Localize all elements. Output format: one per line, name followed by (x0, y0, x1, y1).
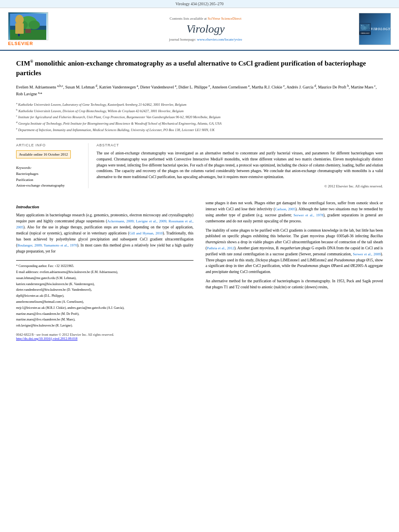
journal-homepage: journal homepage: www.elsevier.com/locat… (56, 37, 355, 41)
journal-logo-container: VIROLOGY (359, 13, 391, 45)
doi-link[interactable]: http://dx.doi.org/10.1016/j.virol.2012.0… (16, 337, 193, 341)
copyright-text: © 2012 Elsevier Inc. All rights reserved… (97, 184, 383, 188)
email-line-6: anneleencomelissen@hotmail.com (A. Corne… (16, 300, 193, 305)
introduction-paragraph1: Many applications in bacteriophage resea… (16, 212, 193, 254)
journal-citation-bar: Virology 434 (2012) 265–270 (0, 0, 399, 8)
footnotes: * Corresponding author. Fax: +32 1632196… (16, 260, 193, 329)
affiliation-d: d Georgia Institute of Technology, Petit… (16, 120, 383, 126)
email-line-3: katrien.vandersteegen@biw.kuleuven.be (K… (16, 282, 193, 287)
abstract-text: The use of anion-exchange chromatography… (97, 150, 383, 180)
homepage-url[interactable]: www.elsevier.com/locate/yviro (197, 37, 242, 41)
svg-point-16 (369, 28, 370, 28)
abstract-label: ABSTRACT (97, 143, 383, 147)
body-right-col: some phages it does not work. Phages eit… (206, 200, 383, 341)
svg-point-13 (364, 27, 366, 30)
issn-text: 0042-6822/$ - see front matter © 2012 El… (16, 333, 193, 337)
svg-point-15 (368, 25, 369, 25)
introduction-heading: Introduction (16, 204, 193, 209)
article-info-abstract: ARTICLE INFO Available online 16 October… (16, 139, 383, 188)
email-line-2: susan.lehman@me.gatech.edu (S.M. Lehman)… (16, 276, 193, 281)
right-paragraph3: An alternative method for the purificati… (206, 278, 383, 290)
email-line-1: E-mail addresses: evelien.adriaenssens@b… (16, 270, 193, 275)
affiliation-b: b Katholieke Universiteit Leuven, Divisi… (16, 108, 383, 114)
article-content: CIM® monolithic anion-exchange chromatog… (0, 51, 399, 196)
svg-point-5 (16, 21, 28, 29)
content-available-text: Contents lists available at SciVerse Sci… (56, 16, 355, 21)
svg-point-7 (18, 31, 20, 33)
svg-point-14 (361, 25, 362, 26)
article-info-label: ARTICLE INFO (16, 143, 82, 147)
email-line-7: mrjc1@leicester.ac.uk (M.R.J. Clokie), a… (16, 306, 193, 311)
elsevier-text: ELSEVIER (8, 41, 33, 46)
affiliation-e: e Department of Infection, Immunity and … (16, 127, 383, 133)
body-left-col: Introduction Many applications in bacter… (16, 200, 193, 341)
keywords-section: Keywords: Bacteriophages Purification An… (16, 166, 82, 188)
keyword-1: Bacteriophages (16, 171, 82, 177)
svg-rect-8 (18, 33, 20, 36)
affiliations: a Katholieke Universiteit Leuven, Labora… (16, 101, 383, 132)
elsevier-logo-image (8, 12, 48, 40)
abstract-column: ABSTRACT The use of anion-exchange chrom… (97, 143, 383, 188)
keywords-title: Keywords: (16, 166, 82, 170)
email-line-10: rob.lavigne@biw.kuleuven.be (R. Lavigne)… (16, 323, 193, 329)
virology-logo: VIROLOGY (359, 13, 391, 45)
email-line-4: dieter.vandenheuvel@biw.kuleuven.be (D. … (16, 288, 193, 293)
keyword-3: Anion-exchange chromatography (16, 183, 82, 188)
elsevier-logo-container: ELSEVIER (8, 12, 52, 46)
authors-list: Evelien M. Adriaenssens a,b,c, Susan M. … (16, 84, 383, 98)
journal-title: Virology (56, 23, 355, 35)
svg-point-6 (29, 21, 40, 29)
article-info-column: ARTICLE INFO Available online 16 October… (16, 143, 88, 188)
right-paragraph2: The inability of some phages to be purif… (206, 228, 383, 275)
affiliation-c: c Institute for Agricultural and Fisheri… (16, 114, 383, 120)
email-line-9: martine.maes@ilvo.vlaanderen.be (M. Maes… (16, 317, 193, 322)
email-line-5: dip0@leicester.ac.uk (D.L. Philippe), (16, 294, 193, 299)
body-two-col: Introduction Many applications in bacter… (16, 200, 383, 341)
page-wrapper: Virology 434 (2012) 265–270 (0, 0, 399, 349)
journal-header: ELSEVIER Contents lists available at Sci… (0, 8, 399, 51)
elsevier-logo: ELSEVIER (8, 12, 52, 46)
keywords-list: Bacteriophages Purification Anion-exchan… (16, 171, 82, 188)
email-line-8: martine.maes@ilvo.vlaanderen.be (M. De P… (16, 312, 193, 317)
footer-links: 0042-6822/$ - see front matter © 2012 El… (16, 333, 193, 341)
article-title: CIM® monolithic anion-exchange chromatog… (16, 59, 383, 78)
svg-text:VIROLOGY: VIROLOGY (360, 32, 370, 34)
journal-header-center: Contents lists available at SciVerse Sci… (56, 16, 355, 41)
body-content: Introduction Many applications in bacter… (0, 196, 399, 349)
doi-url[interactable]: http://dx.doi.org/10.1016/j.virol.2012.0… (16, 337, 78, 341)
sciverse-link[interactable]: SciVerse ScienceDirect (208, 16, 241, 21)
corresponding-note: * Corresponding author. Fax: +32 1632196… (16, 264, 193, 269)
right-paragraph1: some phages it does not work. Phages eit… (206, 200, 383, 224)
keyword-2: Purification (16, 177, 82, 183)
available-online-badge: Available online 16 October 2012 (16, 150, 71, 158)
affiliation-a: a Katholieke Universiteit Leuven, Labora… (16, 101, 383, 107)
journal-citation: Virology 434 (2012) 265–270 (175, 2, 224, 6)
